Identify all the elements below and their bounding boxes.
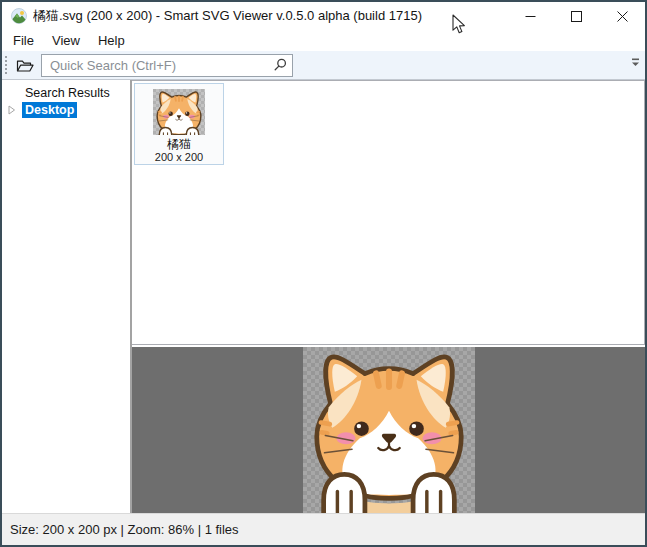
title-bar[interactable]: 橘猫.svg (200 x 200) - Smart SVG Viewer v.… bbox=[2, 2, 645, 30]
app-window: 橘猫.svg (200 x 200) - Smart SVG Viewer v.… bbox=[0, 0, 647, 547]
app-logo-icon bbox=[11, 8, 27, 24]
sidebar-item-desktop[interactable]: Desktop bbox=[2, 101, 130, 118]
sidebar-item-search-results[interactable]: Search Results bbox=[2, 84, 130, 101]
preview-canvas[interactable] bbox=[303, 347, 475, 513]
menu-item-file[interactable]: File bbox=[4, 31, 43, 51]
thumbnail-dimensions: 200 x 200 bbox=[155, 151, 203, 164]
maximize-button[interactable] bbox=[553, 2, 599, 30]
chevron-down-icon bbox=[631, 58, 640, 68]
thumbnail-panel: 橘猫 200 x 200 bbox=[132, 80, 645, 345]
menu-bar: File View Help bbox=[2, 30, 645, 51]
main-pane: 橘猫 200 x 200 bbox=[132, 80, 645, 513]
open-folder-button[interactable] bbox=[12, 53, 38, 77]
search-input[interactable] bbox=[41, 54, 293, 77]
search-icon[interactable] bbox=[273, 58, 287, 72]
toolbar-grip-handle[interactable] bbox=[5, 56, 7, 74]
menu-item-view[interactable]: View bbox=[43, 31, 89, 51]
menu-item-help[interactable]: Help bbox=[89, 31, 134, 51]
status-text: Size: 200 x 200 px | Zoom: 86% | 1 files bbox=[10, 522, 239, 537]
thumbnail-image bbox=[153, 89, 205, 135]
sidebar-tree: Search Results Desktop bbox=[2, 80, 132, 513]
file-thumbnail-item[interactable]: 橘猫 200 x 200 bbox=[134, 83, 224, 165]
open-folder-icon bbox=[16, 58, 34, 73]
window-title: 橘猫.svg (200 x 200) - Smart SVG Viewer v.… bbox=[33, 7, 422, 25]
preview-panel bbox=[132, 347, 645, 513]
thumbnail-name: 橘猫 bbox=[167, 137, 191, 151]
close-icon bbox=[617, 11, 628, 22]
minimize-button[interactable] bbox=[507, 2, 553, 30]
chevron-right-icon[interactable] bbox=[8, 105, 16, 115]
quick-search-box bbox=[41, 54, 293, 77]
sidebar-item-label: Desktop bbox=[22, 102, 77, 118]
cat-illustration bbox=[303, 347, 475, 513]
cat-illustration bbox=[153, 89, 205, 135]
sidebar-item-label: Search Results bbox=[22, 85, 113, 101]
maximize-icon bbox=[571, 11, 582, 22]
toolbar bbox=[2, 51, 645, 80]
minimize-icon bbox=[525, 11, 536, 22]
close-button[interactable] bbox=[599, 2, 645, 30]
status-bar: Size: 200 x 200 px | Zoom: 86% | 1 files bbox=[2, 513, 645, 545]
content-area: Search Results Desktop bbox=[2, 80, 645, 513]
toolbar-overflow-button[interactable] bbox=[628, 58, 642, 74]
